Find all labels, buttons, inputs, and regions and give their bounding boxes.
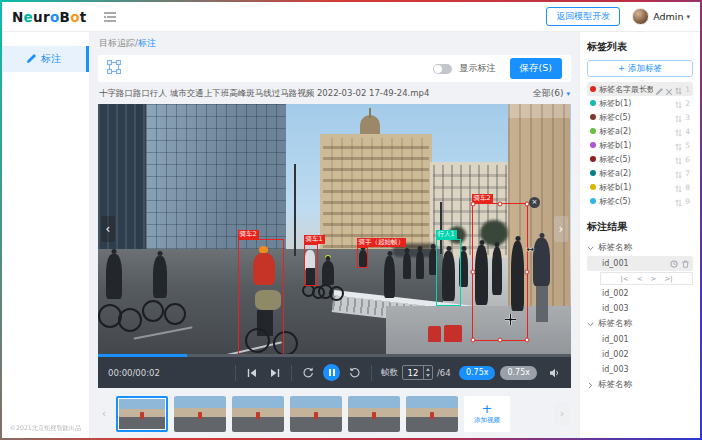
prev-frame-overlay-button[interactable]: ‹ bbox=[101, 216, 115, 242]
result-id: id_003 bbox=[602, 304, 629, 313]
pager-first-icon[interactable]: |< bbox=[620, 275, 628, 283]
resize-handle[interactable] bbox=[525, 338, 530, 343]
bbox-label: 骑手（起始帧） bbox=[357, 238, 407, 247]
bike-wheel bbox=[142, 300, 164, 322]
speed-pill-active[interactable]: 0.75x bbox=[459, 366, 496, 380]
next-frame-overlay-button[interactable]: › bbox=[554, 216, 568, 242]
back-to-model-dev-button[interactable]: 返回模型开发 bbox=[546, 7, 620, 26]
add-video-button[interactable]: + 添加视频 bbox=[464, 396, 510, 432]
move-cursor-icon bbox=[505, 310, 516, 329]
bike-wheel bbox=[118, 308, 142, 332]
video-frame-canvas[interactable]: 骑车2 骑车1 骑手（起始帧） 行人1 骑车2 bbox=[98, 104, 571, 354]
frame-number-label: 帧数 bbox=[381, 367, 398, 379]
resize-cursor-icon: ↔ bbox=[526, 244, 534, 254]
label-item[interactable]: 标签c(5) 9 bbox=[587, 194, 693, 208]
resize-handle[interactable] bbox=[471, 338, 476, 343]
avatar[interactable] bbox=[632, 8, 649, 25]
result-item[interactable]: id_003 bbox=[587, 362, 693, 377]
sidebar-item-annotation[interactable]: 标注 bbox=[2, 46, 89, 72]
result-item-selected[interactable]: id_001 bbox=[587, 256, 693, 271]
label-color-dot bbox=[590, 156, 596, 162]
label-name: 标签c(5) bbox=[599, 154, 672, 165]
bbox-label: 骑车1 bbox=[304, 235, 325, 244]
user-caret-icon[interactable]: ▾ bbox=[686, 13, 690, 21]
menu-fold-icon[interactable] bbox=[104, 12, 116, 22]
result-item[interactable]: id_001 bbox=[587, 332, 693, 347]
show-annotation-label: 显示标注 bbox=[460, 62, 496, 75]
save-button[interactable]: 保存(S) bbox=[510, 58, 562, 79]
label-name: 标签b(1) bbox=[599, 182, 672, 193]
result-group-collapsed[interactable]: 标签名称 bbox=[587, 377, 693, 393]
chevron-right-icon bbox=[587, 382, 594, 389]
frame-skip-group bbox=[245, 366, 282, 380]
label-color-dot bbox=[590, 170, 596, 176]
user-name[interactable]: Admin bbox=[653, 11, 683, 22]
pause-button[interactable] bbox=[323, 364, 340, 381]
pager-prev-icon[interactable]: < bbox=[637, 275, 643, 283]
frame-total: /64 bbox=[437, 368, 451, 378]
video-title-row: 十字路口路口行人 城市交通上下班高峰斑马线过马路视频 2022-03-02 17… bbox=[99, 87, 570, 100]
bbox-cyclist-1[interactable]: 骑车1 bbox=[304, 244, 318, 286]
bbox-rider-start-frame[interactable]: 骑手（起始帧） bbox=[357, 247, 368, 268]
filter-label: 全部(6) bbox=[533, 88, 564, 98]
result-group-name: 标签名称 bbox=[598, 242, 632, 254]
result-group[interactable]: 标签名称 bbox=[587, 316, 693, 332]
resize-handle[interactable] bbox=[498, 338, 503, 343]
video-thumbnail[interactable] bbox=[348, 396, 400, 432]
breadcrumb-parent[interactable]: 目标追踪 bbox=[99, 38, 135, 48]
bbox-selected[interactable]: 骑车2 × ↔ bbox=[472, 203, 528, 341]
delete-box-icon[interactable]: × bbox=[529, 197, 540, 208]
label-name: 标签c(5) bbox=[599, 112, 672, 123]
person-silhouette bbox=[384, 256, 395, 298]
results-section: 标注结果 标签名称 id_001 |< < > >| id_002 bbox=[587, 218, 693, 393]
spinner-down-icon[interactable] bbox=[424, 373, 432, 380]
video-thumbnail-selected[interactable] bbox=[116, 396, 168, 432]
result-item[interactable]: id_002 bbox=[587, 347, 693, 362]
resize-handle[interactable] bbox=[471, 202, 476, 207]
video-thumbnail[interactable] bbox=[232, 396, 284, 432]
filter-dropdown[interactable]: 全部(6) ▾ bbox=[533, 87, 570, 100]
app: NeuroBot 返回模型开发 Admin ▾ 标注 ©2021北京矩视智能出品… bbox=[2, 2, 700, 438]
thumbs-next-icon[interactable]: › bbox=[555, 402, 569, 426]
trash-icon[interactable] bbox=[682, 260, 689, 268]
video-thumbnail[interactable] bbox=[290, 396, 342, 432]
bike-wheel bbox=[329, 286, 344, 301]
add-label-button[interactable]: + 添加标签 bbox=[587, 60, 693, 77]
show-annotation-toggle[interactable] bbox=[433, 64, 452, 74]
scene-bus bbox=[444, 325, 462, 342]
breadcrumb: 目标追踪/标注 bbox=[99, 37, 570, 50]
filter-caret-icon: ▾ bbox=[566, 90, 570, 98]
bbox-cyclist-2[interactable]: 骑车2 bbox=[238, 239, 284, 354]
next-frame-icon[interactable] bbox=[268, 366, 282, 380]
result-id: id_002 bbox=[602, 289, 629, 298]
video-thumbnail[interactable] bbox=[406, 396, 458, 432]
frame-number-input[interactable] bbox=[403, 366, 423, 379]
volume-icon[interactable] bbox=[549, 368, 561, 378]
divider bbox=[291, 365, 292, 381]
sort-icon[interactable] bbox=[675, 192, 682, 211]
bbox-tool-icon[interactable] bbox=[107, 59, 121, 78]
resize-handle[interactable] bbox=[498, 202, 503, 207]
right-panel: 标签列表 + 添加标签 标签名字最长数... 1 标签b(1) 2 标签c( bbox=[579, 32, 700, 438]
rewind-icon[interactable] bbox=[301, 366, 315, 380]
prev-frame-icon[interactable] bbox=[245, 366, 259, 380]
resize-handle[interactable] bbox=[525, 270, 530, 275]
result-item[interactable]: id_003 bbox=[587, 301, 693, 316]
forward-icon[interactable] bbox=[348, 366, 362, 380]
result-item[interactable]: id_002 bbox=[587, 286, 693, 301]
resize-handle[interactable] bbox=[471, 270, 476, 275]
annotation-toolbar: 显示标注 保存(S) bbox=[98, 55, 571, 82]
bbox-label: 骑车2 bbox=[238, 230, 259, 239]
label-order: 7 bbox=[685, 169, 690, 178]
person-silhouette bbox=[416, 251, 424, 279]
pager-last-icon[interactable]: >| bbox=[664, 275, 672, 283]
pager-next-icon[interactable]: > bbox=[651, 275, 657, 283]
thumbs-prev-icon[interactable]: ‹ bbox=[98, 407, 110, 420]
video-player: 骑车2 骑车1 骑手（起始帧） 行人1 骑车2 bbox=[98, 104, 571, 354]
speed-pill[interactable]: 0.75x bbox=[500, 366, 537, 380]
result-id: id_001 bbox=[602, 335, 629, 344]
result-group[interactable]: 标签名称 bbox=[587, 240, 693, 256]
bbox-pedestrian-1[interactable]: 行人1 bbox=[436, 239, 461, 306]
video-thumbnail[interactable] bbox=[174, 396, 226, 432]
history-icon[interactable] bbox=[670, 260, 678, 268]
